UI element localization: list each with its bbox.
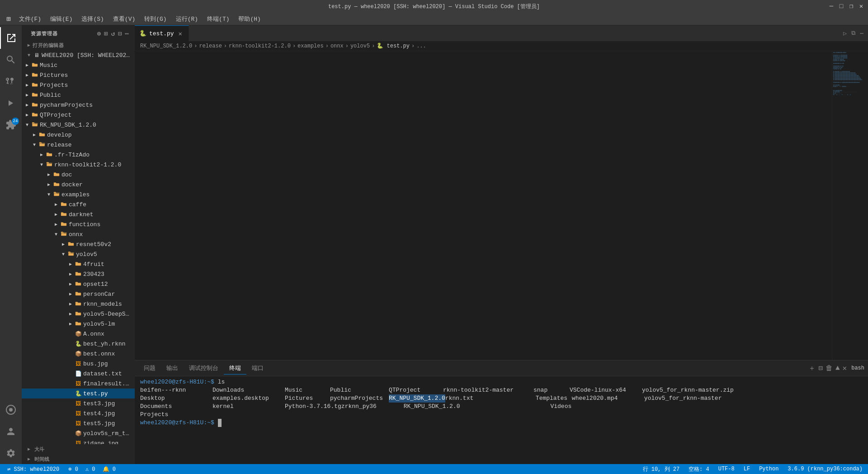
breadcrumb-release[interactable]: release (199, 43, 222, 49)
breadcrumb-examples[interactable]: examples (297, 43, 324, 49)
new-terminal-icon[interactable]: ＋ (808, 364, 816, 373)
close-panel-icon[interactable]: ✕ (843, 364, 847, 373)
sidebar-item-personcar[interactable]: ▶personCar (22, 289, 135, 299)
spaces-status[interactable]: 空格: 4 (687, 465, 711, 473)
sidebar-item-public[interactable]: ▶Public (22, 90, 135, 100)
sidebar-item-docker[interactable]: ▶docker (22, 180, 135, 190)
sidebar-item-caffe[interactable]: ▶caffe (22, 199, 135, 209)
sidebar-item-pycharmprojects[interactable]: ▶pycharmProjects (22, 100, 135, 110)
cursor-position[interactable]: 行 10, 列 27 (641, 465, 682, 473)
extra-folder-dagou[interactable]: ▶ 大斗 (22, 444, 135, 454)
sidebar-item-doc[interactable]: ▶doc (22, 170, 135, 180)
breadcrumb-more[interactable]: ... (416, 43, 426, 49)
sidebar-item-finalresultjpg[interactable]: 🖼finalresult.jpg (22, 379, 135, 389)
warnings-status[interactable]: ⚠ 0 (84, 466, 97, 473)
accounts-activity-icon[interactable] (0, 421, 22, 442)
breadcrumb-sdk[interactable]: RK_NPU_SDK_1.2.0 (140, 43, 192, 49)
sidebar-item-rknpusdk120[interactable]: ▼RK_NPU_SDK_1.2.0 (22, 120, 135, 130)
panel-tab-debug[interactable]: 调试控制台 (184, 362, 224, 374)
language-status[interactable]: Python (757, 466, 780, 472)
sidebar-item-datasettxt[interactable]: 📄dataset.txt (22, 369, 135, 379)
sidebar-item-230423[interactable]: ▶230423 (22, 269, 135, 279)
extra-folder-timeline[interactable]: ▶ 时间线 (22, 454, 135, 464)
editor-tab-test-py[interactable]: 🐍 test.py ✕ (135, 25, 189, 41)
breadcrumb-yolov5[interactable]: yolov5 (350, 43, 370, 49)
sidebar-item-examples[interactable]: ▼examples (22, 190, 135, 199)
python-version-status[interactable]: 3.6.9 (rknn_py36:conda) (786, 466, 864, 472)
info-status[interactable]: 🔔 0 (101, 466, 118, 473)
sidebar-item-test4jpg[interactable]: 🖼test4.jpg (22, 408, 135, 418)
sidebar-item-aonnx[interactable]: 📦A.onnx (22, 329, 135, 339)
extensions-activity-icon[interactable]: 24 (0, 114, 22, 136)
panel-tab-problems[interactable]: 问题 (138, 362, 161, 374)
sidebar-item-test5jpg[interactable]: 🖼test5.jpg (22, 418, 135, 428)
terminal-content[interactable]: wheel2020@zfs-H81U:~$ ls beifen---rknn D… (135, 376, 868, 464)
more-actions-icon[interactable]: ⋯ (125, 30, 129, 38)
maximize-panel-icon[interactable]: ▲ (835, 364, 840, 372)
menu-item-vscode[interactable]: ⊞ (4, 14, 14, 24)
remote-activity-icon[interactable] (0, 399, 22, 421)
code-content[interactable] (157, 51, 832, 360)
menu-item-run[interactable]: 运行(R) (172, 14, 202, 24)
menu-item-goto[interactable]: 转到(G) (141, 14, 170, 24)
breadcrumb-onnx[interactable]: onnx (330, 43, 344, 49)
menu-item-file[interactable]: 文件(F) (15, 14, 45, 24)
sidebar-item-darknet[interactable]: ▶darknet (22, 209, 135, 219)
sidebar-item-busjpg[interactable]: 🖼bus.jpg (22, 359, 135, 369)
remote-root[interactable]: ▼ 🖥 WHEEL2020 [SSH: WHEEL2020] (22, 50, 135, 60)
menu-item-edit[interactable]: 编辑(E) (47, 14, 76, 24)
sidebar-item-rknnmodels[interactable]: ▶rknn_models (22, 299, 135, 309)
sidebar-item-fr-t1zado[interactable]: ▶.fr-T1zAdo (22, 150, 135, 160)
menu-item-view[interactable]: 查看(V) (109, 14, 139, 24)
panel-tab-output[interactable]: 输出 (161, 362, 184, 374)
sidebar-item-bestyhrknn[interactable]: 🐍best_yh.rknn (22, 339, 135, 349)
remote-status[interactable]: ⇌ SSH: wheel2020 (4, 466, 63, 473)
refresh-icon[interactable]: ↺ (111, 30, 115, 38)
minimize-button[interactable]: ─ (828, 3, 835, 9)
errors-status[interactable]: ⊗ 0 (66, 466, 80, 473)
run-activity-icon[interactable] (0, 92, 22, 114)
panel-tab-ports[interactable]: 端口 (246, 362, 269, 374)
tab-close-button[interactable]: ✕ (177, 30, 184, 38)
new-folder-icon[interactable]: ⊞ (104, 30, 108, 38)
split-terminal-icon[interactable]: ⊟ (818, 364, 823, 373)
run-file-icon[interactable]: ▷ (843, 30, 847, 37)
sidebar-item-pictures[interactable]: ▶Pictures (22, 70, 135, 80)
maximize-button[interactable]: □ (838, 3, 844, 9)
sidebar-item-yolov5[interactable]: ▼yolov5 (22, 249, 135, 259)
sidebar-item-yolov5srmtransposeonnx[interactable]: 📦yolov5s_rm_transpose.onnx (22, 428, 135, 438)
kill-terminal-icon[interactable]: 🗑 (826, 364, 833, 373)
close-button[interactable]: ✕ (858, 3, 864, 9)
sidebar-item-yolov5-deepsort[interactable]: ▶yolov5-DeepSort (22, 309, 135, 319)
terminal-cursor[interactable] (218, 419, 222, 427)
new-file-icon[interactable]: ⊕ (97, 30, 101, 38)
sidebar-item-test3jpg[interactable]: 🖼test3.jpg (22, 398, 135, 408)
settings-activity-icon[interactable] (0, 442, 22, 464)
sidebar-item-develop[interactable]: ▶develop (22, 130, 135, 140)
search-activity-icon[interactable] (0, 49, 22, 71)
encoding-status[interactable]: UTF-8 (717, 466, 736, 472)
split-editor-icon[interactable]: ⧉ (851, 30, 855, 37)
sidebar-item-resnet50v2[interactable]: ▶resnet50v2 (22, 239, 135, 249)
sidebar-item-4fruit[interactable]: ▶4fruit (22, 259, 135, 269)
sidebar-item-rknn-toolkit2-120[interactable]: ▼rknn-toolkit2-1.2.0 (22, 160, 135, 170)
panel-tab-terminal[interactable]: 终端 (224, 362, 246, 374)
sidebar-item-music[interactable]: ▶Music (22, 60, 135, 70)
sidebar-item-qtproject[interactable]: ▶QTProject (22, 110, 135, 120)
restore-button[interactable]: ❐ (848, 3, 854, 9)
more-editor-actions-icon[interactable]: ⋯ (860, 30, 863, 37)
collapse-all-icon[interactable]: ⊟ (118, 30, 122, 38)
sidebar-item-onnx[interactable]: ▼onnx (22, 229, 135, 239)
sidebar-item-testpy[interactable]: 🐍test.py (22, 389, 135, 398)
open-editors-header[interactable]: ▶ 打开的编辑器 (22, 40, 135, 50)
breadcrumb-file[interactable]: 🐍 test.py (377, 43, 410, 49)
line-ending-status[interactable]: LF (742, 466, 752, 472)
sidebar-item-yolov5-lm[interactable]: ▶yolov5-lm (22, 319, 135, 329)
menu-item-terminal[interactable]: 终端(T) (203, 14, 233, 24)
sidebar-item-functions[interactable]: ▶functions (22, 219, 135, 229)
menu-item-help[interactable]: 帮助(H) (235, 14, 264, 24)
sidebar-item-projects[interactable]: ▶Projects (22, 80, 135, 90)
sidebar-item-zidanejpg[interactable]: 🖼zidane.jpg (22, 438, 135, 444)
menu-item-selection[interactable]: 选择(S) (78, 14, 107, 24)
sidebar-item-release[interactable]: ▼release (22, 140, 135, 150)
